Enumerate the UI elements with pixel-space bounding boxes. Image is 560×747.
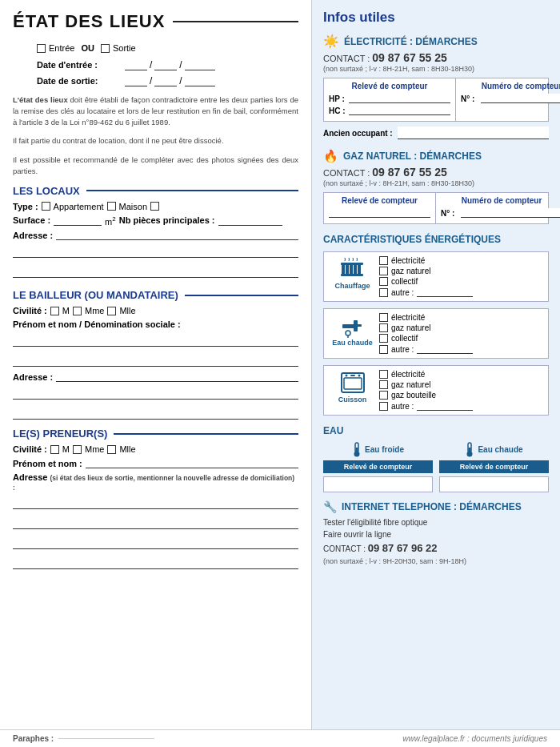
cuisson-icon-area: Cuisson bbox=[330, 370, 374, 404]
maison-checkbox[interactable] bbox=[107, 202, 116, 211]
date-entree-label: Date d'entrée : bbox=[37, 60, 125, 70]
eau-froide-col: Eau froide Relevé de compteur bbox=[323, 441, 433, 492]
other-type-checkbox[interactable] bbox=[150, 202, 159, 211]
preneur-adresse-input1[interactable] bbox=[13, 499, 298, 509]
thermometer-chaude-icon bbox=[465, 441, 474, 457]
cuisson-bouteille-checkbox[interactable] bbox=[379, 391, 388, 400]
eauchaude-autre-row: autre : bbox=[379, 344, 542, 354]
cuisson-elec-checkbox[interactable] bbox=[379, 370, 388, 379]
bailleur-civilite-label: Civilité : bbox=[13, 306, 47, 315]
cuisson-autre-row: autre : bbox=[379, 401, 542, 411]
date-sortie-year[interactable] bbox=[185, 76, 215, 86]
date-sortie-row: Date de sortie: / / bbox=[13, 75, 298, 86]
gaz-releve-input[interactable] bbox=[329, 208, 430, 218]
bailleur-adresse-input2[interactable] bbox=[13, 389, 298, 400]
les-locaux-line bbox=[86, 190, 298, 191]
eauchaude-gaz-checkbox[interactable] bbox=[379, 323, 388, 332]
elec-n-input[interactable] bbox=[481, 94, 560, 103]
sortie-checkbox-label[interactable]: Sortie bbox=[101, 43, 136, 53]
internet-icon: 🔧 bbox=[323, 500, 337, 513]
adresse-locaux-input3[interactable] bbox=[13, 267, 298, 278]
bailleur-mlle-label[interactable]: Mlle bbox=[107, 306, 135, 315]
eau-chaude-field[interactable] bbox=[439, 476, 549, 492]
entree-checkbox[interactable] bbox=[37, 44, 46, 53]
bailleur-prenom-label: Prénom et nom / Dénomination sociale : bbox=[13, 319, 181, 329]
surface-unit: m2 bbox=[105, 215, 116, 227]
chauffage-elec-checkbox[interactable] bbox=[379, 256, 388, 265]
nb-pieces-input[interactable] bbox=[218, 215, 282, 226]
appartement-label[interactable]: Appartement bbox=[42, 202, 104, 211]
date-entree-day[interactable] bbox=[125, 60, 147, 70]
electricite-title: ☀️ ÉLECTRICITÉ : DÉMARCHES bbox=[323, 34, 549, 49]
surface-input[interactable] bbox=[54, 215, 102, 226]
cuisson-autre-input[interactable] bbox=[417, 401, 473, 411]
preneur-civilite-row: Civilité : M Mme Mlle bbox=[13, 444, 298, 454]
elec-numero-header: Numéro de compteur bbox=[461, 82, 560, 90]
infos-utiles-title: Infos utiles bbox=[323, 10, 549, 26]
bailleur-mme-label[interactable]: Mme bbox=[73, 306, 104, 315]
preneur-adresse-input3[interactable] bbox=[13, 539, 298, 549]
preneur-mlle-label[interactable]: Mlle bbox=[107, 444, 135, 454]
eau-froide-field[interactable] bbox=[323, 476, 433, 492]
eauchaude-coll-checkbox[interactable] bbox=[379, 334, 388, 343]
ancien-occupant-input[interactable] bbox=[398, 127, 549, 139]
preneur-m-label[interactable]: M bbox=[50, 444, 70, 454]
cuisson-gaz-row: gaz naturel bbox=[379, 380, 542, 389]
preneur-m-checkbox[interactable] bbox=[50, 445, 59, 454]
sortie-checkbox[interactable] bbox=[101, 44, 110, 53]
bailleur-adresse-input1[interactable] bbox=[56, 371, 298, 382]
date-sortie-input[interactable]: / / bbox=[125, 75, 215, 86]
bailleur-m-label[interactable]: M bbox=[50, 306, 70, 315]
maison-label[interactable]: Maison bbox=[107, 202, 147, 211]
adresse-locaux-input2[interactable] bbox=[13, 247, 298, 258]
bailleur-m-checkbox[interactable] bbox=[50, 307, 59, 315]
date-entree-row: Date d'entrée : / / bbox=[13, 59, 298, 70]
date-entree-month[interactable] bbox=[154, 60, 177, 70]
gaz-n-input[interactable] bbox=[461, 208, 560, 218]
bailleur-mme-checkbox[interactable] bbox=[73, 307, 82, 315]
appartement-checkbox[interactable] bbox=[42, 202, 50, 211]
cuisson-autre-checkbox[interactable] bbox=[379, 402, 388, 411]
bailleur-mlle-checkbox[interactable] bbox=[107, 307, 116, 315]
date-entree-year[interactable] bbox=[185, 60, 215, 70]
hc-row: HC : bbox=[329, 106, 450, 115]
preneur-prenom-input[interactable] bbox=[86, 458, 298, 468]
date-entree-input[interactable]: / / bbox=[125, 59, 215, 70]
eauchaude-autre-checkbox[interactable] bbox=[379, 345, 388, 354]
hp-input[interactable] bbox=[349, 94, 450, 103]
chauffage-autre-input[interactable] bbox=[417, 287, 473, 297]
date-sortie-day[interactable] bbox=[125, 76, 147, 86]
entree-checkbox-label[interactable]: Entrée bbox=[37, 43, 74, 53]
chauffage-icon-area: Chauffage bbox=[330, 256, 374, 290]
gaz-title: 🔥 GAZ NATUREL : DÉMARCHES bbox=[323, 149, 549, 163]
bailleur-adresse-input3[interactable] bbox=[13, 409, 298, 420]
chauffage-gaz-checkbox[interactable] bbox=[379, 267, 388, 275]
date-sortie-month[interactable] bbox=[154, 76, 177, 86]
eau-section-title: EAU bbox=[323, 425, 549, 436]
preneur-adresse-input4[interactable] bbox=[13, 559, 298, 569]
chauffage-coll-row: collectif bbox=[379, 277, 542, 286]
cuisson-item: Cuisson électricité gaz naturel gaz bout… bbox=[323, 365, 549, 416]
chauffage-autre-checkbox[interactable] bbox=[379, 288, 388, 297]
chauffage-coll-checkbox[interactable] bbox=[379, 277, 388, 286]
preneur-mme-label[interactable]: Mme bbox=[73, 444, 104, 454]
chauffage-label: Chauffage bbox=[334, 282, 370, 290]
preneur-adresse-input2[interactable] bbox=[13, 519, 298, 529]
eau-chaude-options: électricité gaz naturel collectif autre … bbox=[374, 313, 542, 354]
bailleur-prenom-input2[interactable] bbox=[13, 356, 298, 367]
adresse-locaux-label: Adresse : bbox=[13, 231, 53, 240]
cuisson-gaz-checkbox[interactable] bbox=[379, 380, 388, 389]
eauchaude-autre-input[interactable] bbox=[417, 344, 473, 354]
elec-icon: ☀️ bbox=[323, 34, 339, 49]
bailleur-prenom-input[interactable] bbox=[13, 336, 298, 347]
adresse-locaux-input1[interactable] bbox=[56, 230, 298, 240]
gaz-contact-number: 09 87 67 55 25 bbox=[372, 166, 446, 179]
preneur-mlle-checkbox[interactable] bbox=[107, 445, 116, 454]
preneur-mme-checkbox[interactable] bbox=[73, 445, 82, 454]
elec-contact-label: CONTACT : bbox=[323, 54, 370, 63]
eau-chaude-label: Eau chaude bbox=[439, 441, 549, 457]
hc-input[interactable] bbox=[349, 106, 450, 115]
thermometer-froide-icon bbox=[352, 441, 362, 457]
elec-contact-number: 09 87 67 55 25 bbox=[372, 51, 446, 64]
eauchaude-elec-checkbox[interactable] bbox=[379, 313, 388, 322]
